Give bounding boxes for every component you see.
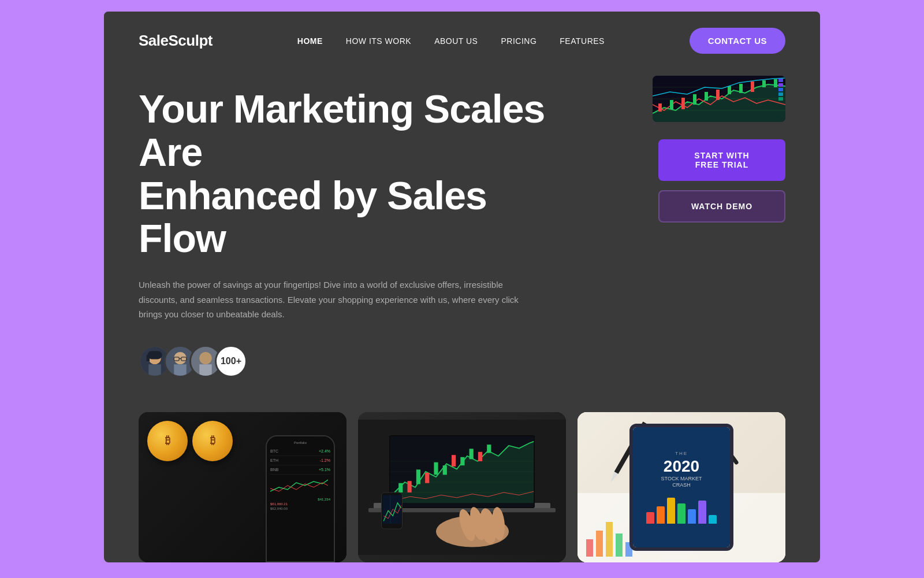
hero-section: Your Marketing Scales Are Enhanced by Sa… bbox=[104, 70, 820, 401]
start-trial-button[interactable]: START WITH FREE TRIAL bbox=[658, 139, 785, 181]
svg-rect-68 bbox=[596, 531, 603, 557]
svg-rect-10 bbox=[739, 84, 743, 93]
laptop-card bbox=[358, 412, 566, 562]
hero-title: Your Marketing Scales Are Enhanced by Sa… bbox=[139, 87, 578, 260]
watch-demo-button[interactable]: WATCH DEMO bbox=[658, 190, 785, 223]
tablet-year: 2020 bbox=[664, 457, 699, 476]
svg-rect-17 bbox=[778, 88, 783, 91]
svg-rect-70 bbox=[616, 533, 623, 557]
svg-rect-5 bbox=[681, 98, 685, 109]
svg-rect-67 bbox=[586, 539, 593, 557]
tablet-device: THE 2020 STOCK MARKET CRASH bbox=[629, 424, 733, 551]
hero-description: Unleash the power of savings at your fin… bbox=[139, 277, 531, 322]
nav-link-pricing[interactable]: PRICING bbox=[501, 36, 536, 46]
brand-logo: SaleSculpt bbox=[139, 32, 213, 50]
nav-link-how[interactable]: HOW ITS WORK bbox=[346, 36, 411, 46]
svg-rect-9 bbox=[728, 86, 731, 94]
svg-rect-49 bbox=[452, 455, 456, 466]
bitcoin-coin-2: ₿ bbox=[192, 421, 233, 461]
cta-buttons: START WITH FREE TRIAL WATCH DEMO bbox=[658, 139, 785, 223]
svg-rect-27 bbox=[174, 364, 186, 376]
images-row: ₿ ₿ Portfolio BTC +2.4% ETH -1.2% bbox=[104, 401, 820, 562]
contact-us-button[interactable]: CONTACT US bbox=[690, 28, 785, 54]
navbar: SaleSculpt Home HOW ITS WORK ABOUT US PR… bbox=[104, 12, 820, 70]
svg-rect-44 bbox=[408, 481, 412, 492]
svg-rect-19 bbox=[778, 97, 783, 101]
svg-rect-53 bbox=[487, 444, 491, 453]
svg-rect-7 bbox=[705, 92, 708, 101]
svg-rect-69 bbox=[606, 522, 613, 557]
svg-point-26 bbox=[174, 352, 186, 364]
nav-item-pricing[interactable]: PRICING bbox=[501, 36, 536, 46]
svg-rect-15 bbox=[778, 79, 783, 82]
svg-rect-43 bbox=[398, 483, 403, 492]
crypto-card: ₿ ₿ Portfolio BTC +2.4% ETH -1.2% bbox=[139, 412, 346, 562]
svg-rect-46 bbox=[425, 472, 429, 483]
svg-rect-45 bbox=[416, 469, 420, 484]
avatar-count: 100+ bbox=[215, 345, 247, 377]
tablet-card: THE 2020 STOCK MARKET CRASH bbox=[578, 412, 785, 562]
svg-rect-52 bbox=[478, 451, 482, 461]
bitcoin-coin-1: ₿ bbox=[147, 421, 188, 461]
page-wrapper: SaleSculpt Home HOW ITS WORK ABOUT US PR… bbox=[104, 12, 820, 562]
nav-link-home[interactable]: Home bbox=[297, 36, 323, 46]
svg-rect-8 bbox=[716, 90, 720, 100]
nav-item-about[interactable]: ABOUT US bbox=[434, 36, 478, 46]
svg-rect-33 bbox=[199, 364, 211, 376]
nav-item-how[interactable]: HOW ITS WORK bbox=[346, 36, 411, 46]
svg-rect-16 bbox=[778, 83, 783, 87]
svg-rect-47 bbox=[434, 462, 438, 475]
laptop-svg bbox=[358, 412, 566, 562]
stock-chart-svg bbox=[653, 76, 785, 122]
svg-rect-51 bbox=[470, 449, 474, 459]
svg-rect-13 bbox=[774, 79, 777, 87]
stock-chart-widget bbox=[653, 76, 785, 122]
svg-rect-23 bbox=[148, 351, 162, 359]
svg-point-32 bbox=[199, 352, 211, 364]
svg-rect-4 bbox=[670, 100, 673, 109]
avatars-row: 100+ bbox=[139, 345, 578, 377]
nav-item-features[interactable]: FEATURES bbox=[560, 36, 605, 46]
svg-rect-11 bbox=[751, 81, 754, 92]
svg-rect-6 bbox=[693, 94, 696, 105]
nav-links: Home HOW ITS WORK ABOUT US PRICING FEATU… bbox=[297, 36, 605, 46]
svg-rect-50 bbox=[460, 457, 464, 465]
phone-sparkline bbox=[270, 477, 328, 494]
svg-rect-3 bbox=[658, 103, 662, 112]
nav-link-features[interactable]: FEATURES bbox=[560, 36, 605, 46]
svg-rect-60 bbox=[382, 495, 401, 524]
nav-item-home[interactable]: Home bbox=[297, 36, 323, 46]
nav-link-about[interactable]: ABOUT US bbox=[434, 36, 478, 46]
svg-rect-12 bbox=[762, 80, 766, 87]
svg-rect-24 bbox=[147, 355, 150, 361]
svg-rect-18 bbox=[778, 92, 783, 96]
phone-mockup: Portfolio BTC +2.4% ETH -1.2% BNB +5.1% bbox=[266, 435, 335, 562]
svg-rect-48 bbox=[443, 465, 447, 475]
hero-content: Your Marketing Scales Are Enhanced by Sa… bbox=[139, 87, 578, 377]
svg-rect-22 bbox=[148, 364, 161, 376]
tablet-subtitle: STOCK MARKET CRASH bbox=[661, 476, 702, 489]
